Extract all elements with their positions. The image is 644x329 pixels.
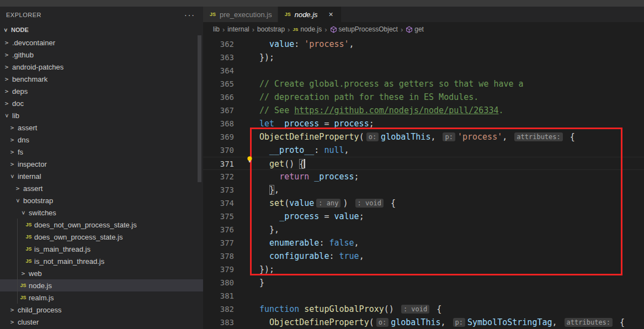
tree-item-dns[interactable]: >dns bbox=[0, 134, 203, 146]
code-line-379[interactable]: 379}); bbox=[203, 263, 644, 276]
code-token: = bbox=[319, 119, 334, 129]
code-line-370[interactable]: 370 __proto__: null, bbox=[203, 144, 644, 157]
code-line-content: let _process = process; bbox=[259, 117, 644, 130]
tree-item-assert[interactable]: >assert bbox=[0, 182, 203, 194]
code-editor[interactable]: 362 value: 'process',363});364365// Crea… bbox=[203, 36, 644, 329]
chevron-right-icon: > bbox=[19, 270, 28, 277]
inlay-hint: p: bbox=[453, 318, 465, 327]
code-token bbox=[259, 172, 279, 182]
code-token: _process bbox=[279, 119, 319, 129]
tree-item-is-not-main-thread-js[interactable]: JSis_not_main_thread.js bbox=[0, 255, 203, 267]
tree-item-fs[interactable]: >fs bbox=[0, 146, 203, 158]
code-token: 'process' bbox=[304, 39, 349, 49]
code-line-363[interactable]: 363}); bbox=[203, 51, 644, 64]
tree-item-web[interactable]: >web bbox=[0, 267, 203, 279]
tree-item-label: deps bbox=[12, 87, 28, 95]
code-token: = bbox=[319, 211, 334, 221]
code-line-364[interactable]: 364 bbox=[203, 64, 644, 77]
code-line-374[interactable]: 374 set(value: any) : void { bbox=[203, 197, 644, 210]
code-line-content: }); bbox=[259, 263, 644, 276]
more-actions-icon[interactable]: ··· bbox=[184, 13, 195, 17]
code-token: { bbox=[565, 132, 575, 142]
code-token bbox=[259, 211, 279, 221]
tree-item-label: assert bbox=[23, 184, 42, 193]
tree-item-is-main-thread-js[interactable]: JSis_main_thread.js bbox=[0, 243, 203, 255]
lightbulb-icon[interactable] bbox=[246, 155, 253, 165]
code-token: ObjectDefineProperty bbox=[269, 317, 369, 327]
breadcrumb-item-node-js[interactable]: JSnode.js bbox=[292, 25, 322, 33]
tree-item-child-process[interactable]: >child_process bbox=[0, 304, 203, 316]
code-line-381[interactable]: 381 bbox=[203, 289, 644, 303]
tree-item-label: is_not_main_thread.js bbox=[34, 257, 104, 266]
code-line-content bbox=[259, 289, 644, 303]
code-line-369[interactable]: 369ObjectDefineProperty(o:globalThis, p:… bbox=[203, 130, 644, 144]
code-token: value bbox=[334, 211, 359, 221]
code-line-377[interactable]: 377 enumerable: false, bbox=[203, 236, 644, 250]
code-line-383[interactable]: 383 ObjectDefineProperty(o:globalThis, p… bbox=[203, 316, 644, 329]
chevron-right-icon: > bbox=[13, 185, 22, 192]
tree-item-node-js[interactable]: JSnode.js bbox=[0, 279, 203, 291]
code-line-375[interactable]: 375 _process = value; bbox=[203, 210, 644, 223]
code-line-372[interactable]: 372 return _process; bbox=[203, 170, 644, 183]
breadcrumb-item-setupProcessObject[interactable]: setupProcessObject bbox=[330, 25, 398, 33]
tree-item--github[interactable]: >.github bbox=[0, 49, 203, 61]
line-number: 363 bbox=[203, 51, 259, 64]
code-token: 'process' bbox=[457, 132, 502, 142]
sidebar-section-node[interactable]: > NODE bbox=[0, 23, 203, 36]
code-line-376[interactable]: 376 }, bbox=[203, 223, 644, 236]
breadcrumb-item-internal[interactable]: internal bbox=[227, 25, 249, 33]
tree-item-cluster[interactable]: >cluster bbox=[0, 316, 203, 328]
code-token: , bbox=[344, 145, 349, 155]
code-line-366[interactable]: 366// deprecation path for these in ES M… bbox=[203, 91, 644, 104]
tree-item-inspector[interactable]: >inspector bbox=[0, 158, 203, 170]
code-token: }); bbox=[259, 52, 274, 62]
file-tree: >.devcontainer>.github>android-patches>b… bbox=[0, 36, 203, 328]
chevron-right-icon: > bbox=[8, 136, 17, 144]
tree-item-deps[interactable]: >deps bbox=[0, 85, 203, 97]
tree-item-does-not-own-process-state-js[interactable]: JSdoes_not_own_process_state.js bbox=[0, 219, 203, 231]
breadcrumb-item-lib[interactable]: lib bbox=[213, 25, 220, 33]
line-number: 369 bbox=[203, 130, 259, 144]
code-line-380[interactable]: 380} bbox=[203, 276, 644, 289]
code-line-content: value: 'process', bbox=[259, 38, 644, 51]
tab-pre-execution-js[interactable]: JSpre_execution.js bbox=[203, 7, 278, 22]
code-token: // deprecation path for these in ES Modu… bbox=[259, 92, 478, 102]
code-line-378[interactable]: 378 configurable: true, bbox=[203, 250, 644, 263]
tree-item--devcontainer[interactable]: >.devcontainer bbox=[0, 36, 203, 49]
tree-item-android-patches[interactable]: >android-patches bbox=[0, 61, 203, 73]
line-number: 377 bbox=[203, 236, 259, 250]
sidebar-scrollbar[interactable] bbox=[198, 35, 201, 182]
code-line-368[interactable]: 368let _process = process; bbox=[203, 117, 644, 130]
tree-item-assert[interactable]: >assert bbox=[0, 121, 203, 134]
close-icon[interactable]: × bbox=[327, 10, 336, 19]
code-token: get bbox=[269, 159, 284, 169]
tab-node-js[interactable]: JSnode.js× bbox=[278, 7, 342, 22]
code-line-362[interactable]: 362 value: 'process', bbox=[203, 38, 644, 51]
code-line-373[interactable]: 373 }, bbox=[203, 183, 644, 197]
tree-item-does-own-process-state-js[interactable]: JSdoes_own_process_state.js bbox=[0, 231, 203, 243]
chevron-right-icon: > bbox=[2, 39, 11, 46]
code-token: function bbox=[259, 304, 299, 314]
tree-item-realm-js[interactable]: JSrealm.js bbox=[0, 291, 203, 304]
breadcrumb-item-get[interactable]: get bbox=[406, 25, 424, 33]
line-number: 375 bbox=[203, 210, 259, 223]
tree-item-doc[interactable]: >doc bbox=[0, 97, 203, 109]
js-file-icon: JS bbox=[19, 295, 28, 300]
tree-item-benchmark[interactable]: >benchmark bbox=[0, 73, 203, 85]
tree-item-bootstrap[interactable]: >bootstrap bbox=[0, 194, 203, 206]
tree-item-internal[interactable]: >internal bbox=[0, 170, 203, 182]
code-line-371[interactable]: 371 get() { bbox=[203, 157, 644, 170]
code-token bbox=[274, 119, 279, 129]
breadcrumb-item-bootstrap[interactable]: bootstrap bbox=[257, 25, 285, 33]
explorer-header: EXPLORER ··· bbox=[0, 7, 203, 23]
tree-item-label: inspector bbox=[18, 160, 47, 168]
tree-item-label: is_main_thread.js bbox=[34, 245, 91, 253]
code-line-367[interactable]: 367// See https://github.com/nodejs/node… bbox=[203, 104, 644, 117]
tree-item-lib[interactable]: >lib bbox=[0, 109, 203, 121]
code-line-content: enumerable: false, bbox=[259, 236, 644, 250]
js-file-icon: JS bbox=[19, 283, 28, 288]
tree-item-switches[interactable]: >switches bbox=[0, 206, 203, 219]
code-line-382[interactable]: 382function setupGlobalProxy() : void { bbox=[203, 303, 644, 316]
code-token: { bbox=[432, 304, 441, 314]
code-line-365[interactable]: 365// Create global.process as getters s… bbox=[203, 77, 644, 91]
